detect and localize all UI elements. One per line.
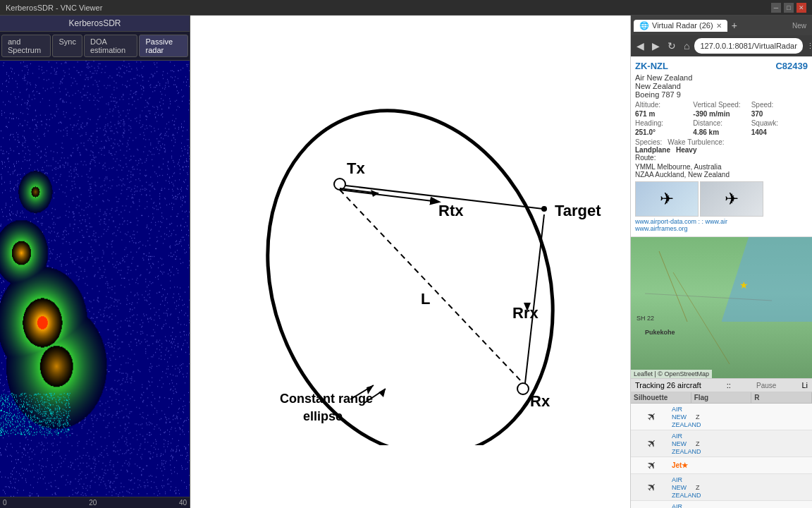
wake-label: Wake Turbulence: [668,138,724,146]
tab-spectrum[interactable]: and Spectrum [1,35,51,57]
svg-text:Rtx: Rtx [438,202,464,219]
speed-label: Speed: [751,101,808,109]
reload-button[interactable]: ↻ [665,39,679,53]
aircraft-header: ZK-NZL C82439 [635,61,808,71]
svg-point-1 [334,179,345,190]
tab-doa[interactable]: DOA estimation [84,35,138,57]
map-area[interactable]: Pukekohe SH 22 ★ Leaflet | © OpenStreetM… [631,237,812,378]
svg-line-23 [659,251,687,322]
new-tab-button[interactable]: + [729,20,740,31]
maximize-button[interactable]: □ [784,3,794,13]
wake-value: Heavy [676,146,696,154]
browser-tab-close[interactable]: ✕ [716,22,722,30]
svg-marker-16 [379,389,386,397]
silhouette-2: ✈ [634,459,669,472]
tracking-panel: Tracking 26 aircraft :: Pause Li Silhoue… [631,378,812,508]
tab-bar: and Spectrum Sync DOA estimation Passive… [0,32,190,61]
aircraft-country: New Zealand [635,82,808,90]
spectrum-canvas [0,61,190,497]
map-roads-svg [631,237,812,378]
address-bar[interactable] [694,38,803,54]
route-text: YMML Melbourne, Australia NZAA Auckland,… [635,163,730,179]
squawk-label: Squawk: [751,119,808,127]
silhouette-0: ✈ [634,410,669,423]
vspeed-value: -390 m/min [693,110,749,118]
altitude-value: 671 m [635,110,691,118]
aircraft-info: ZK-NZL C82439 Air New Zealand New Zealan… [631,56,812,237]
map-background: Pukekohe SH 22 ★ Leaflet | © OpenStreetM… [631,237,812,378]
flag-2: Jet★ [672,461,693,469]
list-item[interactable]: ✈ AIR NEW ZEALAND Z [631,474,812,501]
aircraft-image-1[interactable]: ✈ [635,181,699,217]
flag-1: AIR NEW ZEALAND [672,432,693,455]
tab-passive-radar[interactable]: Passive radar [139,35,188,57]
svg-marker-19 [371,190,379,197]
window-title: KerberosSDR - VNC Viewer [6,4,765,12]
main-container: KerberosSDR and Spectrum Sync DOA estima… [0,16,812,508]
col-silhouette: Silhouette [631,392,691,403]
silhouette-3: ✈ [634,480,669,494]
extra-3: Z [696,484,700,491]
heading-label: Heading: [635,119,691,127]
species-value: Landplane [635,146,670,154]
extensions-button[interactable]: ⋮⋮ [805,41,812,52]
tracking-list-label: Li [801,381,808,389]
route-label: Route: [635,154,808,162]
distance-value: 4.86 km [693,128,749,136]
aircraft-id: ZK-NZL [635,61,668,71]
tracking-title: Tracking 26 aircraft [635,381,701,389]
col-extra: R [751,392,812,403]
browser-tab[interactable]: 🌐 Virtual Radar (26) ✕ [634,20,727,32]
pause-button[interactable]: Pause [756,382,776,389]
species-values-row: Landplane Heavy [635,146,808,154]
svg-line-24 [673,272,730,364]
heading-value: 251.0° [635,128,691,136]
list-item[interactable]: ✈ AIR NEW ZEALAND Z [631,501,812,508]
tab-sync[interactable]: Sync [52,35,82,57]
silhouette-1: ✈ [634,437,669,450]
svg-line-11 [525,214,544,383]
minimize-button[interactable]: ─ [771,3,781,13]
radar-diagram-svg: Tx Target Rtx Rx [199,78,622,445]
aircraft-image-2[interactable]: ✈ [700,181,763,217]
col-flag: Flag [691,392,752,403]
svg-text:Target: Target [555,202,601,219]
tracking-separator: :: [727,381,731,389]
link-airportdata[interactable]: www.airport-data.com : : www.air [635,218,727,225]
list-item[interactable]: ✈ AIR NEW ZEALAND Z [631,404,812,430]
spectrum-display [0,61,190,497]
new-label: New [792,22,806,30]
aircraft-airline: Air New Zealand [635,73,808,82]
speed-value: 370 [751,110,808,118]
window-titlebar: KerberosSDR - VNC Viewer ─ □ ✕ [0,0,812,16]
browser-tab-label: Virtual Radar (26) [652,21,713,30]
browser-tab-favicon: 🌐 [639,21,649,30]
diagram-container: Tx Target Rtx Rx [199,78,622,445]
svg-text:ellipse: ellipse [303,409,343,423]
aircraft-code: C82439 [775,61,808,71]
center-content: Tx Target Rtx Rx [190,16,630,508]
extra-1: Z [696,440,700,447]
svg-text:Rx: Rx [530,392,550,410]
x-label-20: 20 [89,499,97,507]
left-panel: KerberosSDR and Spectrum Sync DOA estima… [0,16,190,508]
browser-nav: ◀ ▶ ↻ ⌂ ⋮⋮ ☆ ⬇ ⋮ [631,35,812,56]
close-button[interactable]: ✕ [796,3,806,13]
tracking-header: Tracking 26 aircraft :: Pause Li [631,379,812,392]
map-attribution[interactable]: Leaflet | © OpenStreetMap [631,370,712,378]
svg-point-8 [517,383,529,394]
window-controls: ─ □ ✕ [771,3,806,13]
forward-button[interactable]: ▶ [649,39,663,53]
route-value: YMML Melbourne, Australia NZAA Auckland,… [635,163,808,179]
back-button[interactable]: ◀ [634,39,647,53]
flag-0: AIR NEW ZEALAND [672,405,693,428]
home-button[interactable]: ⌂ [681,39,692,53]
list-item[interactable]: ✈ Jet★ [631,457,812,474]
altitude-label: Altitude: [635,101,691,109]
species-label: Species: [635,138,662,146]
x-axis: 0 20 40 [0,497,190,508]
left-panel-title: KerberosSDR [0,16,190,32]
link-airframes[interactable]: www.airframes.org [635,225,688,232]
list-item[interactable]: ✈ AIR NEW ZEALAND Z [631,430,812,457]
extra-0: Z [696,413,700,421]
